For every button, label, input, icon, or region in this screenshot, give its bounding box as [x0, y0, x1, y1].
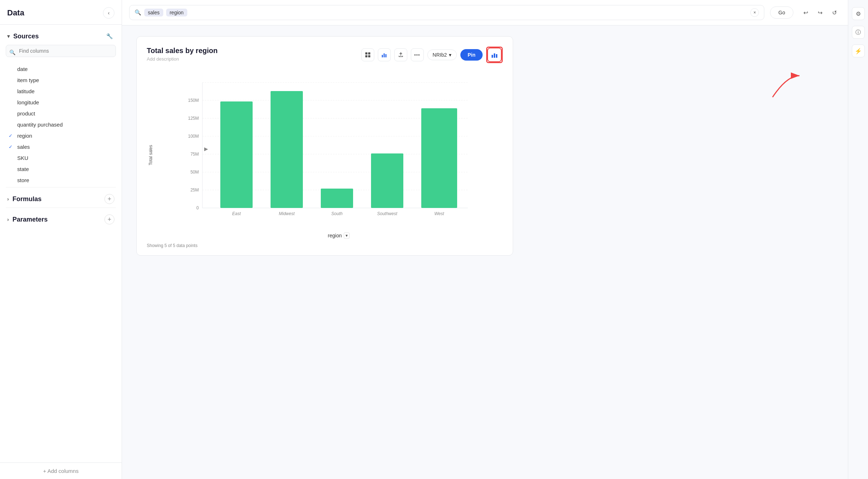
svg-text:West: West — [434, 211, 444, 216]
data-points-label: Showing 5 of 5 data points — [147, 243, 503, 248]
nav-refresh-button[interactable]: ↺ — [828, 6, 841, 19]
column-name: date — [17, 66, 28, 72]
list-item[interactable]: ✓ region — [6, 130, 116, 141]
list-item[interactable]: SKU — [6, 152, 116, 163]
chart-type-button[interactable] — [487, 48, 502, 62]
list-item[interactable]: ✓ sales — [6, 141, 116, 152]
nav-buttons: ↩ ↪ ↺ — [799, 6, 841, 19]
table-view-button[interactable] — [361, 48, 374, 61]
list-item[interactable]: store — [6, 175, 116, 186]
main-content: 🔍 sales region × Go ↩ ↪ ↺ Total sales by… — [122, 0, 848, 479]
column-name: store — [17, 177, 29, 183]
formulas-chevron-icon: › — [7, 196, 9, 202]
column-name: state — [17, 166, 29, 172]
sources-wrench-button[interactable]: 🔧 — [104, 31, 114, 41]
add-columns-button[interactable]: + Add columns — [0, 463, 122, 479]
chart-type-highlighted-area — [486, 47, 503, 63]
svg-rect-4 — [382, 55, 383, 57]
nrib-dropdown[interactable]: NRIb2 ▾ — [427, 49, 457, 60]
svg-text:150M: 150M — [188, 98, 199, 103]
find-columns-input[interactable] — [6, 45, 116, 57]
chart-header: Total sales by region Add description — [147, 47, 503, 63]
bolt-icon: ⚡ — [855, 48, 862, 54]
list-item[interactable]: quantity purchased — [6, 119, 116, 130]
search-clear-button[interactable]: × — [750, 8, 759, 17]
search-tag-sales[interactable]: sales — [144, 9, 163, 16]
column-name: latitude — [17, 88, 34, 94]
svg-rect-1 — [368, 52, 370, 54]
sources-section-header[interactable]: ▾ Sources 🔧 — [6, 25, 116, 45]
svg-rect-7 — [492, 55, 493, 58]
nrib-label: NRIb2 — [433, 52, 447, 58]
settings-button[interactable]: ⚙ — [852, 7, 865, 20]
bar-chart-svg: 0 25M 50M 75M 100M 125M 150M ▶ East — [153, 72, 503, 229]
svg-text:75M: 75M — [191, 152, 199, 157]
formulas-section-left: › Formulas — [7, 195, 42, 203]
info-icon: ⓘ — [855, 29, 861, 36]
svg-text:50M: 50M — [191, 170, 199, 175]
formulas-label: Formulas — [13, 195, 42, 203]
chart-title-area: Total sales by region Add description — [147, 47, 217, 62]
bolt-button[interactable]: ⚡ — [852, 44, 865, 57]
svg-text:100M: 100M — [188, 134, 199, 139]
search-area[interactable]: 🔍 sales region × — [129, 5, 764, 20]
more-options-button[interactable]: ••• — [411, 48, 424, 61]
nav-back-button[interactable]: ↩ — [799, 6, 812, 19]
list-item[interactable]: state — [6, 163, 116, 175]
parameters-add-button[interactable]: + — [104, 214, 114, 224]
svg-text:▶: ▶ — [204, 146, 208, 152]
pin-button[interactable]: Pin — [460, 49, 483, 61]
list-item[interactable]: date — [6, 63, 116, 75]
column-name: sales — [17, 144, 30, 150]
list-item[interactable]: product — [6, 108, 116, 119]
formulas-add-button[interactable]: + — [104, 194, 114, 204]
sidebar-title: Data — [7, 8, 24, 18]
bar-southwest — [371, 153, 403, 208]
chart-controls: ••• NRIb2 ▾ Pin — [361, 47, 503, 63]
bar-east — [220, 101, 253, 208]
nav-forward-button[interactable]: ↪ — [813, 6, 826, 19]
list-item[interactable]: item type — [6, 75, 116, 86]
formulas-section-header[interactable]: › Formulas + — [6, 188, 116, 208]
parameters-section-header[interactable]: › Parameters + — [6, 208, 116, 228]
svg-rect-5 — [384, 53, 385, 57]
sources-chevron-icon: ▾ — [7, 33, 10, 39]
sidebar-content: ▾ Sources 🔧 🔍 date item type latitude — [0, 25, 122, 463]
sidebar-collapse-button[interactable]: ‹ — [103, 7, 114, 19]
parameters-chevron-icon: › — [7, 217, 9, 222]
svg-text:East: East — [232, 211, 241, 216]
bar-south — [321, 189, 353, 208]
search-wrapper: 🔍 — [6, 45, 116, 60]
x-axis-dropdown-icon[interactable]: ▾ — [344, 232, 349, 239]
sources-label: Sources — [13, 33, 39, 40]
checked-icon: ✓ — [9, 144, 14, 150]
svg-text:0: 0 — [196, 205, 199, 210]
sidebar-header: Data ‹ — [0, 0, 122, 25]
arrow-annotation — [765, 68, 808, 106]
right-sidebar: ⚙ ⓘ ⚡ — [848, 0, 868, 479]
list-item[interactable]: longitude — [6, 97, 116, 108]
export-button[interactable] — [394, 48, 407, 61]
svg-text:25M: 25M — [191, 188, 199, 193]
go-button[interactable]: Go — [770, 6, 793, 19]
formulas-section: › Formulas + — [6, 187, 116, 208]
search-tag-region[interactable]: region — [166, 9, 187, 16]
svg-text:South: South — [331, 211, 343, 216]
bar-west — [421, 108, 457, 208]
chart-svg-area: 0 25M 50M 75M 100M 125M 150M ▶ East — [153, 72, 503, 239]
add-columns-label: + Add columns — [43, 468, 79, 474]
info-button[interactable]: ⓘ — [852, 26, 865, 39]
x-axis-label: region — [328, 233, 342, 238]
svg-rect-9 — [496, 54, 497, 58]
top-bar: 🔍 sales region × Go ↩ ↪ ↺ — [122, 0, 848, 25]
checked-icon: ✓ — [9, 133, 14, 138]
svg-rect-3 — [368, 55, 370, 57]
dropdown-arrow-icon: ▾ — [449, 52, 451, 58]
list-item[interactable]: latitude — [6, 86, 116, 97]
bar-chart-view-button[interactable] — [378, 48, 391, 61]
chart-subtitle: Add description — [147, 56, 217, 62]
y-axis-label: Total sales — [147, 72, 153, 239]
annotation-arrow-svg — [765, 68, 808, 104]
column-list: date item type latitude longitude produc… — [6, 62, 116, 187]
svg-text:125M: 125M — [188, 116, 199, 121]
